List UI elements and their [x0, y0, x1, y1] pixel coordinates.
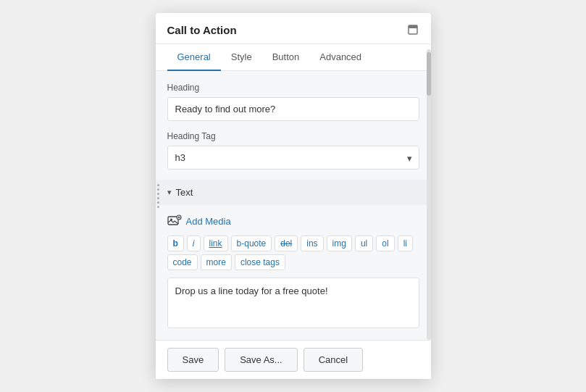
heading-label: Heading — [167, 83, 419, 93]
tab-button[interactable]: Button — [262, 44, 310, 71]
save-as-button[interactable]: Save As... — [225, 348, 298, 372]
dialog-footer: Save Save As... Cancel — [156, 340, 431, 379]
heading-tag-select[interactable]: h1 h2 h3 h4 h5 h6 — [167, 146, 419, 170]
format-italic[interactable]: i — [187, 235, 201, 251]
tab-advanced[interactable]: Advanced — [309, 44, 372, 71]
tab-style[interactable]: Style — [221, 44, 262, 71]
minimize-icon — [408, 25, 418, 35]
tab-general[interactable]: General — [167, 44, 221, 71]
format-ul[interactable]: ul — [355, 235, 373, 251]
scrollbar-track — [427, 49, 431, 340]
heading-field-group: Heading — [167, 83, 419, 121]
add-media-label: Add Media — [186, 216, 231, 227]
dialog-header: Call to Action — [156, 13, 431, 44]
add-media-button[interactable]: Add Media — [167, 214, 231, 228]
format-li[interactable]: li — [398, 235, 413, 251]
text-section-header[interactable]: ▾ Text — [156, 180, 431, 205]
call-to-action-dialog: Call to Action General Style Button Adva… — [156, 13, 431, 379]
drag-handle[interactable] — [156, 13, 162, 379]
dialog-title: Call to Action — [167, 24, 237, 36]
format-del[interactable]: del — [275, 235, 298, 251]
save-button[interactable]: Save — [167, 348, 219, 372]
tabs-bar: General Style Button Advanced — [156, 44, 431, 71]
format-img[interactable]: img — [327, 235, 352, 251]
format-code[interactable]: code — [167, 254, 198, 270]
text-section-label: Text — [176, 187, 193, 198]
format-toolbar: b i link b-quote del ins img ul ol li co… — [167, 235, 419, 270]
format-ins[interactable]: ins — [301, 235, 323, 251]
cancel-button[interactable]: Cancel — [304, 348, 363, 372]
add-media-icon — [167, 214, 182, 228]
heading-tag-field-group: Heading Tag h1 h2 h3 h4 h5 h6 ▾ — [167, 131, 419, 170]
heading-input[interactable] — [167, 97, 419, 121]
section-collapse-icon: ▾ — [167, 188, 172, 197]
dialog-body: Heading Heading Tag h1 h2 h3 h4 h5 h6 ▾ … — [156, 71, 431, 340]
format-bquote[interactable]: b-quote — [231, 235, 272, 251]
format-link[interactable]: link — [204, 235, 228, 251]
format-ol[interactable]: ol — [376, 235, 394, 251]
scrollbar-thumb[interactable] — [427, 52, 431, 96]
svg-rect-1 — [409, 25, 417, 28]
minimize-button[interactable] — [406, 23, 419, 36]
format-bold[interactable]: b — [167, 235, 184, 251]
format-close-tags[interactable]: close tags — [235, 254, 285, 270]
heading-tag-select-wrapper: h1 h2 h3 h4 h5 h6 ▾ — [167, 146, 419, 170]
format-more[interactable]: more — [201, 254, 232, 270]
heading-tag-label: Heading Tag — [167, 131, 419, 141]
text-content-area[interactable]: Drop us a line today for a free quote! — [167, 278, 419, 328]
text-content: Drop us a line today for a free quote! — [175, 285, 328, 296]
